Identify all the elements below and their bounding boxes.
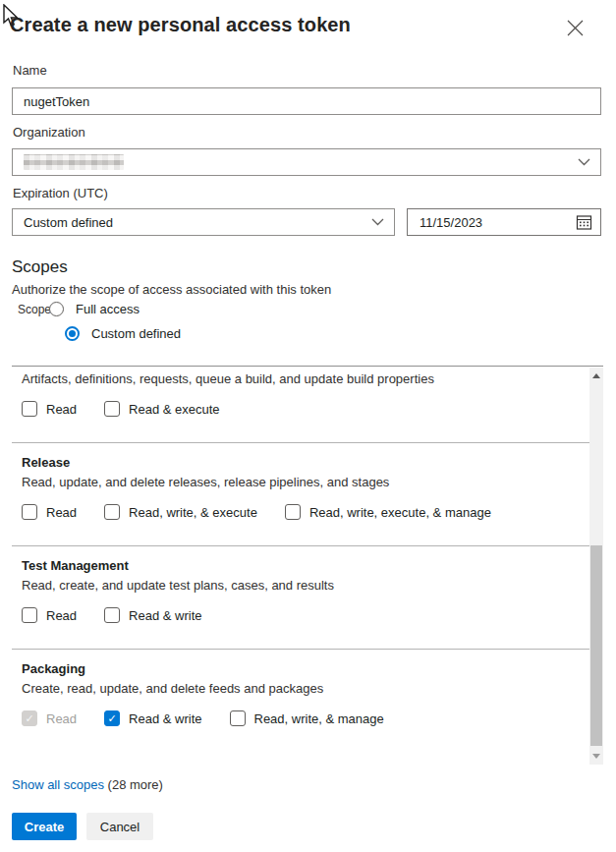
expiration-date-input[interactable]: 11/15/2023 (407, 208, 601, 236)
checkbox-icon[interactable] (22, 401, 37, 417)
expiration-dropdown[interactable]: Custom defined (12, 208, 395, 236)
scroll-down-icon[interactable] (592, 754, 600, 759)
scope-section-title: Release (22, 455, 589, 471)
scope-section-description: Read, update, and delete releases, relea… (22, 475, 589, 490)
scope-option-label: Read (46, 711, 77, 726)
scroll-up-icon[interactable] (592, 373, 600, 378)
radio-unselected-icon[interactable] (49, 302, 64, 316)
close-button[interactable] (560, 13, 589, 42)
radio-option-label: Custom defined (91, 326, 181, 341)
chevron-down-icon (578, 158, 590, 166)
scope-option-label: Read & write (129, 711, 201, 726)
show-all-scopes-count-text: (28 more) (108, 777, 163, 792)
scope-list-scroll-area: Artifacts, definitions, requests, queue … (12, 366, 603, 765)
organization-label: Organization (13, 125, 85, 140)
organization-dropdown[interactable] (12, 148, 601, 176)
scope-option: Read (22, 504, 77, 520)
checkbox-icon[interactable] (104, 504, 120, 520)
scope-section-description: Artifacts, definitions, requests, queue … (22, 371, 589, 387)
name-input[interactable]: nugetToken (12, 87, 601, 115)
checkbox-icon[interactable] (104, 401, 120, 417)
scope-section-description: Read, create, and update test plans, cas… (22, 578, 589, 594)
close-icon (566, 19, 585, 37)
name-input-value: nugetToken (13, 94, 89, 109)
checkbox-icon[interactable] (104, 607, 120, 623)
expiration-dropdown-value: Custom defined (13, 215, 113, 230)
checkbox-checked-icon: ✓ (22, 710, 37, 726)
scope-option: Read, write, & manage (230, 710, 384, 726)
scope-options-row: ReadRead & execute (22, 401, 589, 417)
checkbox-icon[interactable] (285, 504, 301, 520)
show-all-scopes-row: Show all scopes (28 more) (12, 777, 163, 792)
scope-section: Test Management Read, create, and update… (12, 546, 589, 650)
scope-options-row: ReadRead & write (22, 607, 589, 623)
scope-options-row: ReadRead, write, & executeRead, write, e… (22, 504, 589, 520)
scope-section: Packaging Create, read, update, and dele… (12, 650, 589, 726)
create-button[interactable]: Create (12, 813, 77, 840)
scope-option: Read & write (104, 607, 201, 623)
scope-section-description: Create, read, update, and delete feeds a… (22, 681, 589, 697)
name-label: Name (13, 63, 47, 78)
checkbox-checked-icon[interactable]: ✓ (104, 710, 120, 726)
scrollbar-thumb[interactable] (590, 545, 602, 746)
scope-option-label: Read, write, & manage (254, 711, 384, 726)
checkbox-icon[interactable] (22, 607, 37, 623)
radio-selected-icon[interactable] (65, 326, 80, 341)
scope-option: Read, write, & execute (104, 504, 257, 520)
chevron-down-icon (371, 218, 384, 226)
calendar-icon[interactable] (576, 214, 592, 231)
scope-option: ✓Read (22, 710, 77, 726)
organization-redacted-value (24, 154, 124, 170)
scope-option-label: Read & write (129, 608, 201, 623)
scopes-description: Authorize the scope of access associated… (12, 282, 331, 297)
dialog-title: Create a new personal access token (10, 14, 351, 36)
scope-option-label: Read (46, 608, 77, 623)
scope-section-title: Packaging (22, 661, 589, 677)
checkbox-icon[interactable] (22, 504, 37, 520)
scope-section-title: Test Management (22, 558, 589, 574)
expiration-date-value: 11/15/2023 (408, 215, 482, 230)
scope-option-label: Read & execute (129, 402, 220, 417)
show-all-scopes-link[interactable]: Show all scopes (12, 777, 104, 792)
scope-option: Read, write, execute, & manage (285, 504, 491, 520)
scope-option-label: Read, write, execute, & manage (309, 505, 491, 520)
scope-option: Read & execute (104, 401, 220, 417)
scope-section: Release Read, update, and delete release… (12, 443, 589, 546)
scope-section: Artifacts, definitions, requests, queue … (12, 367, 589, 443)
scope-option-label: Read, write, & execute (129, 505, 257, 520)
radio-option-custom-defined: Custom defined (65, 326, 181, 341)
scope-options-row: ✓Read✓Read & writeRead, write, & manage (22, 710, 589, 726)
scope-option-label: Read (46, 505, 77, 520)
radio-option-full-access: Full access (49, 302, 140, 316)
radio-option-label: Full access (76, 302, 140, 316)
scope-option-label: Read (46, 402, 77, 417)
scope-option: Read (22, 401, 77, 417)
scopes-heading: Scopes (12, 257, 68, 277)
cancel-button[interactable]: Cancel (86, 813, 153, 840)
expiration-label: Expiration (UTC) (13, 186, 108, 200)
scrollbar[interactable] (589, 368, 603, 765)
checkbox-icon[interactable] (230, 710, 246, 726)
scope-option: Read (22, 607, 77, 623)
scope-option: ✓Read & write (104, 710, 201, 726)
scope-list-content: Artifacts, definitions, requests, queue … (12, 367, 589, 752)
